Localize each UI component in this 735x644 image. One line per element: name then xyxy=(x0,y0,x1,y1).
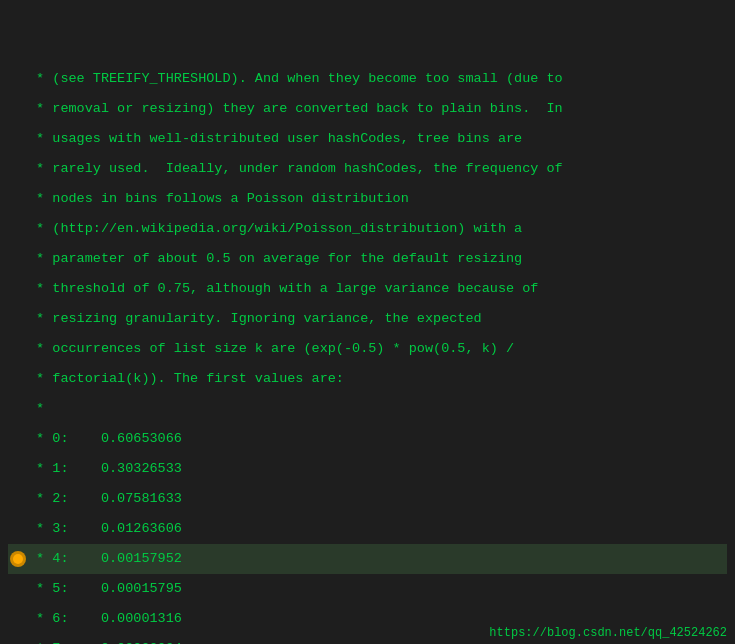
code-line: * occurrences of list size k are (exp(-0… xyxy=(8,334,727,364)
code-line: * factorial(k)). The first values are: xyxy=(8,364,727,394)
line-text: * occurrences of list size k are (exp(-0… xyxy=(28,334,514,364)
line-text: * nodes in bins follows a Poisson distri… xyxy=(28,184,409,214)
line-text: * 4: 0.00157952 xyxy=(28,544,182,574)
code-content: * (see TREEIFY_THRESHOLD). And when they… xyxy=(0,0,735,644)
code-line: * nodes in bins follows a Poisson distri… xyxy=(8,184,727,214)
code-line: * rarely used. Ideally, under random has… xyxy=(8,154,727,184)
line-text: * 7: 0.00000094 xyxy=(28,634,182,644)
code-line: * usages with well-distributed user hash… xyxy=(8,124,727,154)
code-line: * threshold of 0.75, although with a lar… xyxy=(8,274,727,304)
line-text: * usages with well-distributed user hash… xyxy=(28,124,522,154)
code-line: * xyxy=(8,394,727,424)
line-text: * 3: 0.01263606 xyxy=(28,514,182,544)
line-text: * factorial(k)). The first values are: xyxy=(28,364,344,394)
line-text: * rarely used. Ideally, under random has… xyxy=(28,154,563,184)
code-line: * 5: 0.00015795 xyxy=(8,574,727,604)
avatar-icon xyxy=(10,551,26,567)
line-text: * 0: 0.60653066 xyxy=(28,424,182,454)
status-bar: https://blog.csdn.net/qq_42524262 xyxy=(481,622,735,644)
code-container: * (see TREEIFY_THRESHOLD). And when they… xyxy=(0,0,735,644)
code-line: * removal or resizing) they are converte… xyxy=(8,94,727,124)
code-line: * 3: 0.01263606 xyxy=(8,514,727,544)
code-line: * parameter of about 0.5 on average for … xyxy=(8,244,727,274)
line-text: * threshold of 0.75, although with a lar… xyxy=(28,274,538,304)
code-line: * (http://en.wikipedia.org/wiki/Poisson_… xyxy=(8,214,727,244)
code-line: * resizing granularity. Ignoring varianc… xyxy=(8,304,727,334)
line-text: * 2: 0.07581633 xyxy=(28,484,182,514)
code-line: * 1: 0.30326533 xyxy=(8,454,727,484)
line-text: * removal or resizing) they are converte… xyxy=(28,94,563,124)
code-line: * 4: 0.00157952 xyxy=(8,544,727,574)
line-icon xyxy=(8,551,28,567)
code-line: * (see TREEIFY_THRESHOLD). And when they… xyxy=(8,64,727,94)
line-text: * 5: 0.00015795 xyxy=(28,574,182,604)
line-text: * (see TREEIFY_THRESHOLD). And when they… xyxy=(28,64,563,94)
code-line: * 2: 0.07581633 xyxy=(8,484,727,514)
code-line: * 0: 0.60653066 xyxy=(8,424,727,454)
line-text: * resizing granularity. Ignoring varianc… xyxy=(28,304,482,334)
line-text: * parameter of about 0.5 on average for … xyxy=(28,244,522,274)
line-text: * 1: 0.30326533 xyxy=(28,454,182,484)
line-text: * (http://en.wikipedia.org/wiki/Poisson_… xyxy=(28,214,522,244)
line-text: * 6: 0.00001316 xyxy=(28,604,182,634)
status-url: https://blog.csdn.net/qq_42524262 xyxy=(489,626,727,640)
avatar-inner xyxy=(13,554,23,564)
line-text: * xyxy=(28,394,44,424)
